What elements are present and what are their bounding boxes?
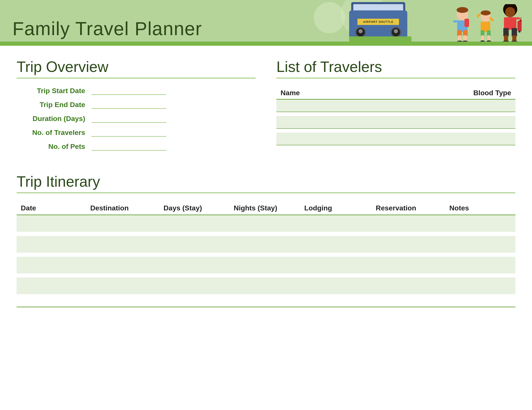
itin-lodging-4[interactable] xyxy=(300,278,371,294)
table-row xyxy=(276,116,515,128)
svg-rect-15 xyxy=(487,30,491,36)
itin-notes-2[interactable] xyxy=(445,236,515,253)
itin-dest-2[interactable] xyxy=(86,236,159,253)
bus-sign-text: AIRPORT SHUTTLE xyxy=(363,20,393,23)
table-row xyxy=(276,128,515,133)
itin-col-days: Days (Stay) xyxy=(159,201,230,215)
svg-rect-10 xyxy=(465,19,469,27)
num-pets-label: No. of Pets xyxy=(17,142,91,151)
itin-dest-3[interactable] xyxy=(86,257,159,273)
itinerary-title: Trip Itinerary xyxy=(17,173,515,193)
bus-illustration: AIRPORT SHUTTLE xyxy=(349,2,411,44)
table-row xyxy=(276,99,515,112)
itin-nights-4[interactable] xyxy=(229,278,300,294)
itinerary-table: Date Destination Days (Stay) Nights (Sta… xyxy=(17,201,515,294)
itin-dest-4[interactable] xyxy=(86,278,159,294)
itinerary-section: Trip Itinerary Date Destination Days (St… xyxy=(17,173,515,307)
person-1 xyxy=(452,6,473,44)
itin-notes-4[interactable] xyxy=(445,278,515,294)
svg-rect-25 xyxy=(504,17,516,30)
traveler-name-1[interactable] xyxy=(276,99,396,112)
itin-col-date: Date xyxy=(17,201,86,215)
trip-overview-section: Trip Overview Trip Start Date Trip End D… xyxy=(17,58,256,156)
itin-notes-1[interactable] xyxy=(445,215,515,232)
itin-reservation-4[interactable] xyxy=(371,278,445,294)
traveler-name-3[interactable] xyxy=(276,133,396,145)
svg-point-36 xyxy=(519,30,521,33)
itin-spacer-3 xyxy=(17,273,515,278)
travelers-table: Name Blood Type xyxy=(276,87,515,145)
table-row xyxy=(17,236,515,253)
itin-spacer-1 xyxy=(17,232,515,236)
svg-rect-26 xyxy=(503,28,509,36)
app-title: Family Travel Planner xyxy=(12,18,202,39)
itin-date-2[interactable] xyxy=(17,236,86,253)
header: Family Travel Planner AIRPORT SHUTTLE xyxy=(0,0,532,46)
itin-days-3[interactable] xyxy=(159,257,230,273)
people-illustration xyxy=(452,4,522,44)
svg-rect-27 xyxy=(512,28,517,36)
itin-spacer-2 xyxy=(17,253,515,257)
bottom-divider xyxy=(17,307,515,307)
svg-point-12 xyxy=(481,10,491,15)
itin-col-reservation: Reservation xyxy=(371,201,445,215)
header-grass xyxy=(0,42,532,46)
itin-col-destination: Destination xyxy=(86,201,159,215)
num-travelers-input[interactable] xyxy=(91,129,166,137)
trip-end-date-row: Trip End Date xyxy=(17,101,256,109)
itin-date-3[interactable] xyxy=(17,257,86,273)
decorative-circle-2 xyxy=(314,2,345,33)
table-row xyxy=(17,278,515,294)
itin-lodging-2[interactable] xyxy=(300,236,371,253)
svg-rect-14 xyxy=(481,30,484,36)
svg-rect-17 xyxy=(487,35,490,41)
itin-date-4[interactable] xyxy=(17,278,86,294)
svg-rect-16 xyxy=(481,35,484,41)
duration-row: Duration (Days) xyxy=(17,115,256,123)
num-travelers-row: No. of Travelers xyxy=(17,128,256,137)
itin-nights-2[interactable] xyxy=(229,236,300,253)
table-row xyxy=(276,133,515,145)
traveler-blood-3[interactable] xyxy=(396,133,515,145)
traveler-blood-2[interactable] xyxy=(396,116,515,128)
table-row xyxy=(17,215,515,232)
traveler-spacer-1 xyxy=(276,112,515,116)
trip-end-date-input[interactable] xyxy=(91,101,166,109)
itin-col-nights: Nights (Stay) xyxy=(229,201,300,215)
itin-lodging-3[interactable] xyxy=(300,257,371,273)
svg-rect-32 xyxy=(516,17,520,19)
num-travelers-label: No. of Travelers xyxy=(17,128,91,137)
main-content: Trip Overview Trip Start Date Trip End D… xyxy=(0,46,532,320)
itin-days-4[interactable] xyxy=(159,278,230,294)
trip-start-date-label: Trip Start Date xyxy=(17,87,91,95)
itin-lodging-1[interactable] xyxy=(300,215,371,232)
itin-reservation-3[interactable] xyxy=(371,257,445,273)
itin-days-1[interactable] xyxy=(159,215,230,232)
travelers-col-name: Name xyxy=(276,87,396,99)
itin-days-2[interactable] xyxy=(159,236,230,253)
trip-start-date-input[interactable] xyxy=(91,87,166,95)
table-row xyxy=(17,257,515,273)
num-pets-input[interactable] xyxy=(91,143,166,151)
itin-nights-3[interactable] xyxy=(229,257,300,273)
trip-start-date-row: Trip Start Date xyxy=(17,87,256,95)
itin-nights-1[interactable] xyxy=(229,215,300,232)
duration-label: Duration (Days) xyxy=(17,115,91,123)
travelers-col-blood: Blood Type xyxy=(396,87,515,99)
trip-overview-title: Trip Overview xyxy=(17,58,256,78)
table-row xyxy=(17,273,515,278)
overview-travelers-section: Trip Overview Trip Start Date Trip End D… xyxy=(17,58,515,156)
itin-notes-3[interactable] xyxy=(445,257,515,273)
traveler-name-2[interactable] xyxy=(276,116,396,128)
itin-date-1[interactable] xyxy=(17,215,86,232)
person-3 xyxy=(499,4,522,44)
itin-reservation-1[interactable] xyxy=(371,215,445,232)
traveler-blood-1[interactable] xyxy=(396,99,515,112)
duration-input[interactable] xyxy=(91,115,166,123)
traveler-spacer-2 xyxy=(276,128,515,133)
svg-rect-20 xyxy=(477,13,481,18)
svg-rect-33 xyxy=(517,21,522,31)
svg-rect-9 xyxy=(453,20,458,22)
itin-reservation-2[interactable] xyxy=(371,236,445,253)
itin-dest-1[interactable] xyxy=(86,215,159,232)
